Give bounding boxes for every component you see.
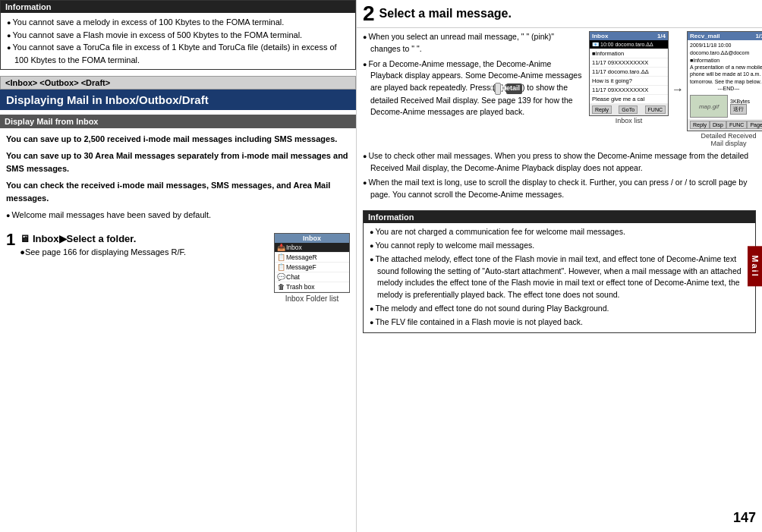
step1-container: 1 🖥 Inbox▶Select a folder. ●See page 166… — [0, 227, 356, 306]
inbox-list-screen: Inbox 1/4 📧 10:00 docomo.taro.ΔΔ ■Inform… — [589, 31, 669, 116]
inbox-msg-subject: How is it going? — [590, 77, 668, 86]
step2-title: Select a mail message. — [379, 7, 512, 20]
step1-image-area: Inbox 📥 Inbox 📋 MessageR 📋 MessageF 💬 Ch… — [274, 231, 350, 303]
sub-heading: Display Mail from Inbox — [0, 115, 356, 128]
inbox-row-chat: 💬 Chat — [275, 272, 349, 282]
inbox-msg-subject2: Please give me a cal — [590, 95, 668, 104]
map-size: 3KBytes送行 — [730, 99, 750, 115]
recv-info-label: ■Information — [690, 57, 762, 65]
inbox-screen-title: Inbox — [275, 234, 349, 243]
bottom-info-item: The melody and effect tone do not sound … — [370, 303, 749, 315]
inbox-folder-screen: Inbox 📥 Inbox 📋 MessageR 📋 MessageF 💬 Ch… — [274, 233, 350, 293]
messageR-icon: 📋 — [277, 253, 285, 261]
inbox-msg-row-2: 11/17 09XXXXXXXXX — [590, 58, 668, 68]
recv-img-row: map.gif 3KBytes送行 — [688, 93, 762, 119]
bottom-info-item: The FLV file contained in a Flash movie … — [370, 316, 749, 329]
step2-screens: Inbox 1/4 📧 10:00 docomo.taro.ΔΔ ■Inform… — [589, 31, 756, 147]
inbox-row-icon: 📥 — [277, 244, 285, 251]
arrow-right-icon: → — [672, 31, 684, 147]
step2-continued-item: When the mail text is long, use to scrol… — [363, 177, 756, 201]
inbox-folder-caption: Inbox Folder list — [285, 294, 339, 303]
bottom-info-item: You cannot reply to welcome mail message… — [370, 240, 749, 252]
left-body-para: You can check the received i-mode mail m… — [6, 179, 350, 206]
step2-header: 2 Select a mail message. — [357, 0, 762, 28]
info-item: You cannot save a Flash movie in excess … — [7, 29, 349, 42]
inbox-screen-header: Inbox 1/4 — [590, 32, 668, 40]
step2-item: For a Decome-Anime message, the Decome-A… — [363, 58, 584, 119]
recv-disp-btn[interactable]: Disp — [710, 121, 726, 129]
step2-body: When you select an unread mail message, … — [357, 28, 762, 150]
recv-mail-col: Recv_mail 1/15 2009/11/18 10:00 docomo.t… — [687, 31, 762, 147]
step2-number: 2 — [363, 3, 375, 24]
step1-sub: ●See page 166 for displaying Messages R/… — [20, 246, 269, 259]
info-box-body: You cannot save a melody in excess of 10… — [1, 13, 355, 69]
messageF-icon: 📋 — [277, 263, 285, 271]
recv-body-text: A presentation of a new mobile phone wil… — [690, 64, 762, 84]
inbox-reply-btn[interactable]: Reply — [592, 105, 612, 114]
step2-text-area: When you select an unread mail message, … — [363, 31, 584, 147]
map-gif: map.gif — [690, 95, 728, 118]
recv-buttons-bar: Reply Disp FUNC Page▼ — [688, 119, 762, 131]
step1-label: 🖥 Inbox▶Select a folder. — [20, 231, 269, 247]
top-info-box: Information You cannot save a melody in … — [0, 0, 356, 70]
bottom-info-item: You are not charged a communication fee … — [370, 226, 749, 238]
step2-item: When you select an unread mail message, … — [363, 31, 584, 55]
inbox-list-label: Inbox list — [616, 117, 643, 124]
inbox-row-messageF: 📋 MessageF — [275, 263, 349, 272]
inbox-func-btn[interactable]: FUNC — [645, 105, 666, 114]
left-body-para: You can save up to 30 Area Mail messages… — [6, 150, 350, 176]
screen-pair: Inbox 1/4 📧 10:00 docomo.taro.ΔΔ ■Inform… — [589, 31, 756, 147]
recv-mail-label: Detailed ReceivedMail display — [701, 132, 756, 147]
inbox-goto-btn[interactable]: GoTo — [619, 105, 638, 114]
continued-text: Use to check other mail messages. When y… — [357, 150, 762, 206]
detail-btn[interactable]: Detail — [506, 83, 522, 94]
recv-mail-screen: Recv_mail 1/15 2009/11/18 10:00 docomo.t… — [687, 31, 762, 131]
recv-func-btn[interactable]: FUNC — [726, 121, 747, 129]
inbox-row-trash: 🗑 Trash box — [275, 282, 349, 292]
recv-date: 2009/11/18 10:00 — [690, 42, 762, 49]
left-body-para: You can save up to 2,500 received i-mode… — [6, 133, 350, 146]
info-box-header: Information — [1, 1, 355, 13]
blue-banner: Displaying Mail in Inbox/Outbox/Draft — [0, 90, 356, 110]
inbox-row-messageR: 📋 MessageR — [275, 253, 349, 263]
info-item: You cannot save a ToruCa file in excess … — [7, 41, 349, 66]
recv-page-btn[interactable]: Page▼ — [747, 121, 762, 129]
bottom-info-item: The attached melody, effect tone of the … — [370, 253, 749, 301]
func-key[interactable]: □ — [495, 83, 501, 95]
recv-body: 2009/11/18 10:00 docomo.taro.ΔΔ@docom ■I… — [688, 40, 762, 93]
inbox-msg-row-1: 📧 10:00 docomo.taro.ΔΔ — [590, 40, 668, 49]
recv-end: ---END--- — [690, 85, 762, 93]
inbox-row-inbox: 📥 Inbox — [275, 243, 349, 253]
bottom-info-box: Information You are not charged a commun… — [363, 210, 756, 333]
left-body: You can save up to 2,500 received i-mode… — [0, 128, 356, 227]
inbox-msg-row-4: 11/17 09XXXXXXXXX — [590, 86, 668, 95]
step1-number: 1 — [6, 231, 15, 248]
left-body-item: Welcome mail messages have been saved by… — [6, 209, 350, 222]
inbox-list-col: Inbox 1/4 📧 10:00 docomo.taro.ΔΔ ■Inform… — [589, 31, 669, 147]
page-number: 147 — [733, 510, 756, 526]
section-gray: <Inbox> <Outbox> <Draft> — [0, 76, 356, 90]
bottom-info-header: Information — [364, 211, 755, 223]
inbox-msg-row-3: 11/17 docomo.taro.ΔΔ — [590, 68, 668, 77]
info-item: You cannot save a melody in excess of 10… — [7, 16, 349, 29]
step2-continued-item: Use to check other mail messages. When y… — [363, 150, 756, 175]
mail-tab: Mail — [748, 246, 762, 286]
inbox-icon: 🖥 — [20, 233, 30, 244]
bottom-info-body: You are not charged a communication fee … — [364, 223, 755, 332]
recv-header: Recv_mail 1/15 — [688, 32, 762, 40]
trash-icon: 🗑 — [277, 283, 285, 291]
recv-reply-btn[interactable]: Reply — [690, 121, 710, 129]
right-column: 2 Select a mail message. When you select… — [357, 0, 762, 532]
step1-content: 🖥 Inbox▶Select a folder. ●See page 166 f… — [20, 231, 269, 259]
send-btn[interactable]: 送行 — [730, 104, 747, 115]
inbox-msg-info: ■Information — [590, 49, 668, 58]
chat-icon: 💬 — [277, 273, 285, 281]
inbox-buttons-bar: Reply GoTo FUNC — [590, 104, 668, 115]
recv-sender: docomo.taro.ΔΔ@docom — [690, 49, 762, 57]
